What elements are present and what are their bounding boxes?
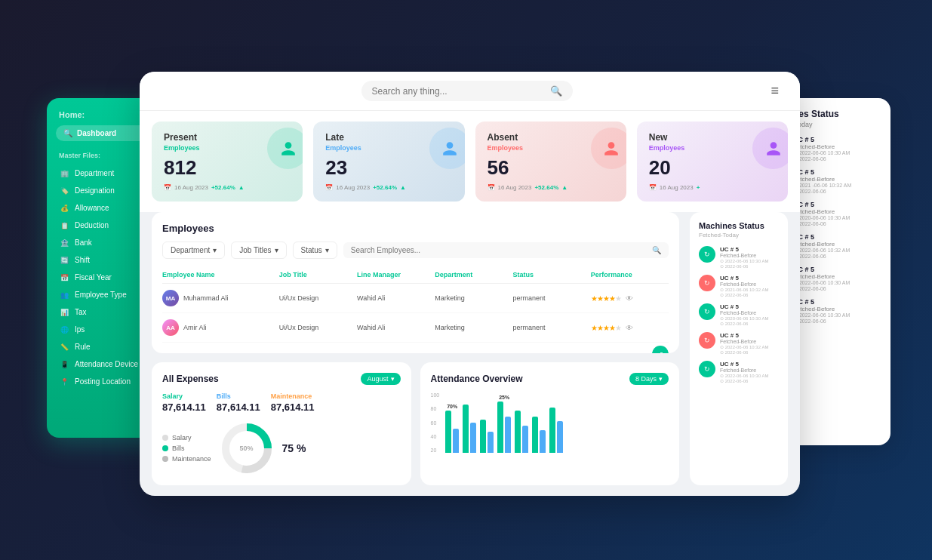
bar-blue-1 xyxy=(453,429,459,453)
present-arrow: ▲ xyxy=(238,184,245,191)
new-growth: + xyxy=(697,184,700,191)
department-filter[interactable]: Department ▾ xyxy=(162,242,225,259)
attendance-device-icon: 📱 xyxy=(60,361,69,368)
employee-name-text-2: Amir Ali xyxy=(183,324,207,331)
ms-date-2a: ⊙ 2021-06-06 10:32 AM xyxy=(720,287,768,292)
job-title-2: Ui/Ux Design xyxy=(279,324,357,331)
ms-name-3: UC # 5 xyxy=(720,303,768,310)
attendance-header: Attendance Overview 8 Days ▾ xyxy=(431,373,669,385)
filters-row: Department ▾ Job Titles ▾ Status ▾ 🔍 xyxy=(162,242,669,259)
expand-button[interactable]: ↗ xyxy=(652,346,669,353)
table-row-1: MA Muhammad Ali Ui/Ux Design Wahid Ali M… xyxy=(162,284,669,313)
star-half-2: ★ xyxy=(615,324,621,332)
ms-info-2: UC # 5 Fetched-Before ⊙ 2021-06-06 10:32… xyxy=(720,275,768,297)
main-dashboard-panel: 🔍 ≡ Present Employees 812 📅 16 Aug 2023 … xyxy=(140,72,800,496)
new-date-row: 📅 16 Aug 2023 + xyxy=(649,184,776,191)
bar-pair-4 xyxy=(497,402,511,453)
stat-card-new: New Employees 20 📅 16 Aug 2023 + xyxy=(637,122,788,202)
bar-green-6 xyxy=(532,417,538,453)
machine-date-5b: ⊙ 2022-06-06 xyxy=(793,286,881,292)
search-input[interactable] xyxy=(372,86,544,97)
legend-salary-label: Salary xyxy=(172,434,192,442)
machine-info-5: UC # 5 Fetched-Before ⊙ 2022-06-06 10:30… xyxy=(793,266,881,292)
avatar-1: MA xyxy=(162,290,179,306)
y-20: 20 xyxy=(431,448,440,453)
employee-type-icon: 👥 xyxy=(60,291,69,299)
ms-status-4: Fetched-Before xyxy=(720,339,768,344)
ms-date-3a: ⊙ 2020-06-06 10:30 AM xyxy=(720,315,768,321)
ms-info-5: UC # 5 Fetched-Before ⊙ 2022-06-06 10:30… xyxy=(720,361,768,383)
ms-status-3: Fetched-Before xyxy=(720,310,768,315)
legend-dot-bills xyxy=(162,445,168,451)
legend-dot-salary xyxy=(162,435,168,441)
calendar-icon-absent: 📅 xyxy=(488,184,495,191)
month-badge[interactable]: August ▾ xyxy=(361,373,400,385)
days-badge[interactable]: 8 Days ▾ xyxy=(629,373,669,385)
avatar-2: AA xyxy=(162,319,179,336)
salary-value: 87,614.11 xyxy=(162,402,206,413)
sidebar-item-label: Designation xyxy=(75,186,115,195)
stat-card-present: Present Employees 812 📅 16 Aug 2023 +52.… xyxy=(152,122,303,202)
machine-name-4: UC # 5 xyxy=(793,233,881,241)
machine-date-4b: ⊙ 2022-06-06 xyxy=(793,254,881,260)
present-date-row: 📅 16 Aug 2023 +52.64% ▲ xyxy=(164,184,291,191)
bar-group-1: 70% xyxy=(445,404,459,453)
legend-bills: Bills xyxy=(162,445,211,452)
ms-item-2: ↻ UC # 5 Fetched-Before ⊙ 2021-06-06 10:… xyxy=(699,275,779,297)
bar-pair-6 xyxy=(532,417,546,453)
bar-blue-6 xyxy=(540,430,546,453)
expense-legend: Salary Bills Maintenance xyxy=(162,434,211,463)
machine-date-5: ⊙ 2022-06-06 10:30 AM xyxy=(793,280,881,286)
search-employees-input[interactable] xyxy=(351,246,647,254)
late-growth: +52.64% xyxy=(373,184,397,191)
donut-inner-label: 50% xyxy=(240,445,254,452)
calendar-icon-new: 📅 xyxy=(649,184,657,191)
employee-name-2: AA Amir Ali xyxy=(162,319,279,336)
department-1: Marketing xyxy=(435,294,512,302)
ms-date-4a: ⊙ 2022-06-06 10:32 AM xyxy=(720,344,768,349)
search-employees-container[interactable]: 🔍 xyxy=(343,242,669,258)
ms-date-2b: ⊙ 2022-06-06 xyxy=(720,292,768,297)
chart-wrapper: Salary Bills Maintenance xyxy=(162,422,401,475)
ips-icon: 🌐 xyxy=(60,326,69,334)
bar-group-6 xyxy=(532,406,546,453)
maintenance-value: 87,614.11 xyxy=(271,402,315,413)
sidebar-item-label: Deduction xyxy=(75,221,109,229)
maintenance-label: Maintenance xyxy=(271,392,315,400)
bar-blue-2 xyxy=(470,423,476,453)
days-label: 8 Days xyxy=(635,375,657,383)
job-title-1: Ui/Ux Design xyxy=(279,294,357,302)
donut-percent-label: 75 % xyxy=(282,442,306,455)
bar-pair-1 xyxy=(445,411,459,453)
ms-item-3: ↻ UC # 5 Fetched-Before ⊙ 2020-06-06 10:… xyxy=(699,303,779,326)
attendance-card: Attendance Overview 8 Days ▾ 100 80 60 4… xyxy=(420,362,680,485)
allowance-icon: 💰 xyxy=(60,205,69,212)
menu-icon[interactable]: ≡ xyxy=(771,83,779,99)
machine-status-4: Fetched-Before xyxy=(793,241,881,248)
legend-dot-maintenance xyxy=(162,456,168,462)
machine-name-3: UC # 5 xyxy=(793,201,881,208)
y-axis: 100 80 60 40 20 xyxy=(431,392,443,453)
search-employees-icon: 🔍 xyxy=(652,246,661,254)
machine-date-3: ⊙ 2020-06-06 10:30 AM xyxy=(793,215,881,221)
table-header: Employee Name Job Title Line Manager Dep… xyxy=(162,266,669,284)
job-title-filter[interactable]: Job Titles ▾ xyxy=(231,242,286,259)
bottom-row: All Expenses August ▾ Salary 87,614.11 B… xyxy=(152,362,679,485)
bar-group-3 xyxy=(480,409,494,453)
bar-green-7 xyxy=(549,408,555,453)
machine-status-2: Fetched-Before xyxy=(793,176,881,183)
late-arrow: ▲ xyxy=(400,184,406,191)
machine-name-2: UC # 5 xyxy=(793,168,881,176)
eye-icon-2: 👁 xyxy=(626,324,633,332)
th-department: Department xyxy=(435,271,512,278)
legend-maintenance-label: Maintenance xyxy=(172,455,211,463)
ms-status-1: Fetched-Before xyxy=(720,253,768,258)
status-filter[interactable]: Status ▾ xyxy=(293,242,337,259)
stat-card-absent: Absent Employees 56 📅 16 Aug 2023 +52.64… xyxy=(475,122,626,202)
ms-item-1: ↻ UC # 5 Fetched-Before ⊙ 2022-06-06 10:… xyxy=(699,246,779,269)
search-container[interactable]: 🔍 xyxy=(361,81,573,101)
legend-bills-label: Bills xyxy=(172,445,185,452)
present-growth: +52.64% xyxy=(211,184,235,191)
bar-blue-7 xyxy=(557,421,563,453)
stats-row: Present Employees 812 📅 16 Aug 2023 +52.… xyxy=(140,111,800,212)
